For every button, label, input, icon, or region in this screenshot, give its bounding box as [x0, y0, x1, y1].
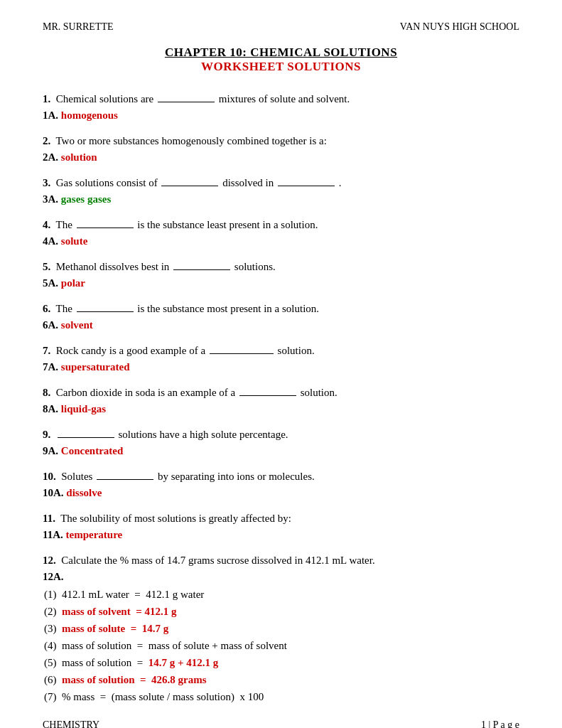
sub-answer-4: (4) mass of solution = mass of solute + …	[44, 637, 519, 654]
answer-10-value: dissolve	[66, 487, 102, 498]
answer-6: 6A. solvent	[43, 317, 519, 333]
question-6-text: 6. The is the substance most present in …	[43, 301, 519, 317]
sub-answer-6: (6) mass of solution = 426.8 grams	[44, 671, 519, 688]
question-8-text: 8. Carbon dioxide in soda is an example …	[43, 385, 519, 401]
answer-11-value: temperature	[66, 529, 123, 540]
question-9: 9. solutions have a high solute percenta…	[43, 427, 519, 459]
answer-7-value: supersaturated	[61, 361, 130, 373]
sub-answer-7: (7) % mass = (mass solute / mass solutio…	[44, 688, 519, 705]
answer-6-value: solvent	[61, 319, 93, 331]
answer-8: 8A. liquid-gas	[43, 401, 519, 417]
question-12: 12. Calculate the % mass of 14.7 grams s…	[43, 552, 519, 705]
header-left: MR. SURRETTE	[43, 21, 114, 33]
page-number: 1 | P a g e	[481, 719, 519, 728]
question-6: 6. The is the substance most present in …	[43, 301, 519, 333]
question-3: 3. Gas solutions consist of dissolved in…	[43, 175, 519, 207]
question-10-text: 10. Solutes by separating into ions or m…	[43, 469, 519, 485]
questions-section: 1. Chemical solutions are mixtures of so…	[43, 91, 519, 705]
question-12-text: 12. Calculate the % mass of 14.7 grams s…	[43, 552, 519, 569]
answer-4-value: solute	[61, 235, 88, 247]
answer-8-value: liquid-gas	[61, 403, 106, 414]
question-3-text: 3. Gas solutions consist of dissolved in…	[43, 175, 519, 191]
question-4-text: 4. The is the substance least present in…	[43, 217, 519, 233]
title-main: CHAPTER 10: CHEMICAL SOLUTIONS	[43, 46, 519, 60]
question-11-text: 11. The solubility of most solutions is …	[43, 510, 519, 527]
footer-label: CHEMISTRY	[43, 719, 99, 728]
answer-3-value: gases gases	[61, 193, 111, 205]
answer-10: 10A. dissolve	[43, 485, 519, 501]
sub-answer-3: (3) mass of solute = 14.7 g	[44, 620, 519, 637]
question-8: 8. Carbon dioxide in soda is an example …	[43, 385, 519, 417]
question-1: 1. Chemical solutions are mixtures of so…	[43, 91, 519, 123]
question-1-text: 1. Chemical solutions are mixtures of so…	[43, 91, 519, 107]
answer-12-label: 12A.	[43, 569, 519, 585]
answer-1-value: homogenous	[61, 109, 118, 121]
footer: CHEMISTRY 1 | P a g e	[43, 719, 519, 728]
answer-11: 11A. temperature	[43, 527, 519, 543]
question-2: 2. Two or more substances homogenously c…	[43, 133, 519, 165]
question-4: 4. The is the substance least present in…	[43, 217, 519, 249]
answer-9: 9A. Concentrated	[43, 443, 519, 459]
answer-3: 3A. gases gases	[43, 191, 519, 208]
sub-answer-1: (1) 412.1 mL water = 412.1 g water	[44, 586, 519, 603]
title-sub: WORKSHEET SOLUTIONS	[43, 60, 519, 74]
question-2-text: 2. Two or more substances homogenously c…	[43, 133, 519, 149]
answer-4: 4A. solute	[43, 233, 519, 250]
answer-5: 5A. polar	[43, 275, 519, 291]
answer-5-value: polar	[61, 277, 85, 289]
answer-1: 1A. homogenous	[43, 107, 519, 124]
sub-answer-2: (2) mass of solvent = 412.1 g	[44, 603, 519, 620]
answer-9-value: Concentrated	[61, 445, 123, 456]
answer-7: 7A. supersaturated	[43, 359, 519, 375]
answer-2: 2A. solution	[43, 149, 519, 166]
answer-12-sub: (1) 412.1 mL water = 412.1 g water (2) m…	[44, 586, 519, 705]
question-11: 11. The solubility of most solutions is …	[43, 510, 519, 542]
question-7: 7. Rock candy is a good example of a sol…	[43, 343, 519, 375]
answer-2-value: solution	[61, 151, 97, 163]
title-block: CHAPTER 10: CHEMICAL SOLUTIONS WORKSHEET…	[43, 46, 519, 74]
header-right: VAN NUYS HIGH SCHOOL	[400, 21, 519, 33]
question-9-text: 9. solutions have a high solute percenta…	[43, 427, 519, 443]
question-5: 5. Methanol dissolves best in solutions.…	[43, 259, 519, 291]
question-5-text: 5. Methanol dissolves best in solutions.	[43, 259, 519, 275]
question-10: 10. Solutes by separating into ions or m…	[43, 469, 519, 500]
sub-answer-5: (5) mass of solution = 14.7 g + 412.1 g	[44, 654, 519, 671]
question-7-text: 7. Rock candy is a good example of a sol…	[43, 343, 519, 359]
